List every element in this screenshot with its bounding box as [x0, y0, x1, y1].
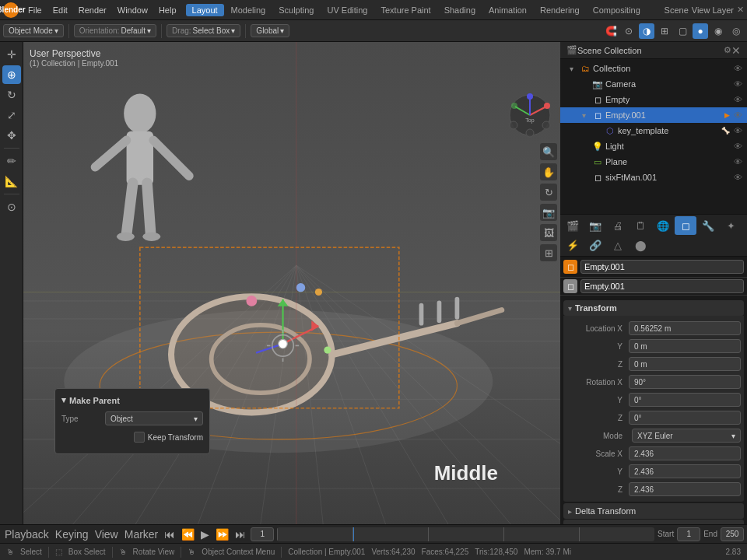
- filter-icon[interactable]: ⚙: [724, 45, 731, 55]
- vp-render-icon[interactable]: 🖼: [540, 224, 557, 241]
- proportional-edit-icon[interactable]: ⊙: [621, 23, 637, 39]
- tab-particles[interactable]: ✦: [720, 216, 742, 235]
- scale-x-field[interactable]: 2.436: [629, 446, 741, 460]
- cursor-tool[interactable]: ✛: [2, 45, 21, 64]
- tab-output[interactable]: 🖨: [607, 216, 629, 235]
- show-gizmos-icon[interactable]: ⊞: [657, 23, 672, 39]
- vp-move-icon[interactable]: ✋: [540, 163, 557, 180]
- start-frame-input[interactable]: [677, 527, 700, 541]
- tab-rendering[interactable]: Rendering: [534, 4, 586, 16]
- menu-window[interactable]: Window: [113, 4, 153, 16]
- eye-icon[interactable]: 👁: [731, 173, 744, 182]
- menu-render[interactable]: Render: [74, 4, 111, 16]
- tab-layout[interactable]: Layout: [186, 4, 224, 16]
- viewport-shading-solid[interactable]: ●: [693, 23, 708, 39]
- orientation-btn[interactable]: Orientation: Default ▾: [74, 24, 156, 37]
- jump-end-btn[interactable]: ⏭: [233, 528, 247, 541]
- snap-magnet-icon[interactable]: 🧲: [603, 23, 619, 39]
- tab-view-layer[interactable]: 🗒: [630, 216, 651, 235]
- viewport[interactable]: User Perspective (1) Collection | Empty.…: [23, 42, 560, 524]
- keying-menu[interactable]: Keying: [54, 528, 90, 541]
- tab-animation[interactable]: Animation: [482, 4, 533, 16]
- menu-edit[interactable]: Edit: [48, 4, 72, 16]
- viewport-shading-wire[interactable]: ▢: [675, 23, 690, 39]
- tab-object[interactable]: ◻: [675, 216, 696, 235]
- playback-menu[interactable]: Playback: [3, 528, 51, 541]
- outliner-item-sixftman[interactable]: ◻ sixFtMan.001 👁: [560, 170, 747, 185]
- vp-rotate-icon[interactable]: ↻: [540, 184, 557, 201]
- rotate-tool[interactable]: ↻: [2, 86, 21, 104]
- annotate-tool[interactable]: ✏: [2, 152, 21, 170]
- location-z-field[interactable]: 0 m: [629, 357, 741, 371]
- vp-grid-icon[interactable]: ⊞: [540, 244, 557, 261]
- measure-tool[interactable]: 📐: [2, 172, 21, 191]
- tab-modeling[interactable]: Modeling: [225, 4, 272, 16]
- timeline-track[interactable]: [277, 527, 654, 541]
- step-forward-btn[interactable]: ⏩: [214, 528, 230, 541]
- view-menu[interactable]: View: [93, 528, 120, 541]
- eye-icon[interactable]: 👁: [731, 110, 744, 120]
- vp-camera-icon[interactable]: 📷: [540, 204, 557, 221]
- proportional-btn[interactable]: Global ▾: [251, 24, 289, 37]
- tab-physics[interactable]: ⚡: [562, 236, 584, 254]
- marker-menu[interactable]: Marker: [123, 528, 160, 541]
- data-name-field[interactable]: [580, 279, 744, 293]
- play-btn[interactable]: ▶: [199, 528, 211, 541]
- tab-renderprop[interactable]: 📷: [584, 216, 606, 235]
- tab-data[interactable]: △: [607, 236, 629, 254]
- transform-tool[interactable]: ✥: [2, 126, 21, 145]
- keep-transform-checkbox[interactable]: [134, 432, 145, 443]
- outliner-item-camera[interactable]: 📷 Camera 👁: [560, 76, 747, 92]
- location-x-field[interactable]: 0.56252 m: [629, 321, 741, 335]
- outliner-item-key-template[interactable]: ⬡ key_template 🦴 👁: [560, 123, 747, 138]
- step-back-btn[interactable]: ⏪: [180, 528, 196, 541]
- scale-tool[interactable]: ⤢: [2, 106, 21, 124]
- viewport-shading-material[interactable]: ◉: [710, 23, 726, 39]
- move-tool[interactable]: ⊕: [2, 65, 21, 84]
- eye-icon[interactable]: 👁: [731, 79, 744, 89]
- rotation-x-field[interactable]: 90°: [629, 375, 741, 389]
- eye-icon[interactable]: 👁: [731, 64, 744, 73]
- tab-shading[interactable]: Shading: [438, 4, 482, 16]
- current-frame-input[interactable]: [251, 527, 274, 541]
- vp-zoom-icon[interactable]: 🔍: [540, 143, 557, 160]
- location-y-field[interactable]: 0 m: [629, 339, 741, 353]
- tab-sculpting[interactable]: Sculpting: [272, 4, 320, 16]
- outliner-item-scene-collection[interactable]: ▾ 🗂 Collection 👁: [560, 61, 747, 76]
- eye-icon[interactable]: 👁: [731, 95, 744, 104]
- object-name-field[interactable]: [580, 260, 744, 274]
- tab-constraints[interactable]: 🔗: [584, 236, 606, 254]
- object-mode-btn[interactable]: Object Mode ▾: [3, 24, 64, 37]
- rotation-y-field[interactable]: 0°: [629, 393, 741, 407]
- eye-icon[interactable]: 👁: [731, 126, 744, 135]
- outliner-item-light[interactable]: 💡 Light 👁: [560, 138, 747, 154]
- rotation-mode-dropdown[interactable]: XYZ Euler ▾: [632, 429, 741, 443]
- close-icon[interactable]: ✕: [737, 5, 744, 15]
- jump-start-btn[interactable]: ⏮: [163, 528, 177, 541]
- viewport-shading-render[interactable]: ◎: [728, 23, 744, 39]
- relations-section[interactable]: ▸ Relations: [563, 520, 744, 524]
- type-dropdown[interactable]: Object ▾: [105, 411, 203, 425]
- show-overlays-icon[interactable]: ◑: [639, 23, 654, 39]
- outliner-item-plane[interactable]: ▭ Plane 👁: [560, 154, 747, 170]
- menu-help[interactable]: Help: [154, 4, 181, 16]
- menu-file[interactable]: File: [23, 4, 47, 16]
- scale-y-field[interactable]: 2.436: [629, 464, 741, 478]
- outliner-item-empty[interactable]: ◻ Empty 👁: [560, 92, 747, 107]
- tab-scene[interactable]: 🎬: [562, 216, 584, 235]
- panel-close-icon[interactable]: ✕: [731, 44, 741, 57]
- eye-icon[interactable]: 👁: [731, 157, 744, 166]
- eye-icon[interactable]: 👁: [731, 142, 744, 151]
- outliner-item-empty001[interactable]: ▾ ◻ Empty.001 ▶ 👁: [560, 107, 747, 123]
- tab-material[interactable]: ⬤: [630, 236, 651, 254]
- tab-modifier[interactable]: 🔧: [697, 216, 719, 235]
- end-frame-input[interactable]: [721, 527, 744, 541]
- scale-z-field[interactable]: 2.436: [629, 482, 741, 496]
- tab-compositing[interactable]: Compositing: [587, 4, 647, 16]
- tab-uv-editing[interactable]: UV Editing: [321, 4, 374, 16]
- drag-btn[interactable]: Drag: Select Box ▾: [167, 24, 240, 37]
- add-object-tool[interactable]: ⊙: [2, 198, 21, 216]
- transform-section-header[interactable]: ▾ Transform: [563, 300, 744, 316]
- delta-transform-section[interactable]: ▸ Delta Transform: [563, 503, 744, 519]
- tab-world[interactable]: 🌐: [652, 216, 674, 235]
